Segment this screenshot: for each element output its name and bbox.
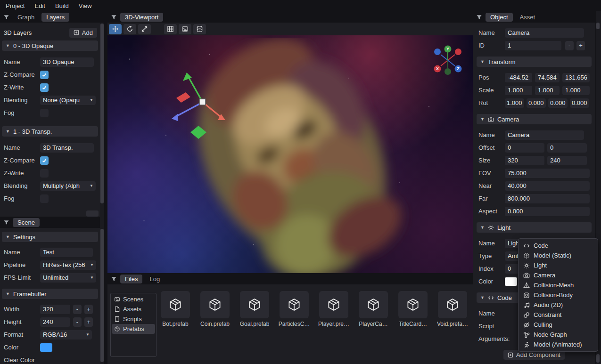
layer1-name-input[interactable] xyxy=(40,143,94,153)
filter-icon[interactable] xyxy=(3,219,9,226)
scrollbar-thumb[interactable] xyxy=(596,354,600,363)
tab-files[interactable]: Files xyxy=(120,275,142,283)
tab-scene[interactable]: Scene xyxy=(13,218,40,227)
fov-input[interactable] xyxy=(505,169,590,178)
camera-section-header[interactable]: ▼ Camera xyxy=(477,114,592,124)
menu-item-model-animated[interactable]: Model (Animated) xyxy=(519,340,598,349)
scrollbar-thumb[interactable] xyxy=(100,229,104,362)
rot-y-input[interactable] xyxy=(548,98,568,108)
size-w-input[interactable] xyxy=(505,156,544,165)
object-name-input[interactable] xyxy=(505,28,584,38)
tab-3d-viewport[interactable]: 3D-Viewport xyxy=(120,13,163,22)
rot-x-input[interactable] xyxy=(527,98,546,108)
layer1-blending-dropdown[interactable]: Multiply (Alph ▼ xyxy=(40,181,96,191)
gizmo-plane-handle-green[interactable] xyxy=(190,126,206,139)
add-layer-button[interactable]: Add xyxy=(69,28,97,38)
prefab-button[interactable] xyxy=(438,291,467,318)
height-decrement-button[interactable]: - xyxy=(73,317,82,327)
layer1-fog-checkbox[interactable] xyxy=(40,194,49,203)
menu-item-culling[interactable]: Culling xyxy=(519,320,598,330)
transform-gizmo[interactable] xyxy=(170,71,231,141)
menu-item-model-static[interactable]: Model (Static) xyxy=(519,251,598,260)
object-id-input[interactable] xyxy=(505,41,561,50)
tab-object[interactable]: Object xyxy=(486,13,513,22)
tree-item-scenes[interactable]: Scenes xyxy=(112,294,155,304)
width-input[interactable] xyxy=(40,305,70,314)
menu-item-code[interactable]: Code xyxy=(519,241,598,251)
offset-x-input[interactable] xyxy=(505,143,544,153)
prefab-item[interactable]: ParticlesC… xyxy=(279,291,309,327)
pos-y-input[interactable] xyxy=(535,73,560,82)
prefab-item[interactable]: TitleCard… xyxy=(398,291,428,327)
prefab-button[interactable] xyxy=(359,291,388,318)
layer0-z-compare-checkbox[interactable] xyxy=(40,71,49,79)
move-tool-button[interactable] xyxy=(109,24,122,34)
prefab-item[interactable]: Bot.prefab xyxy=(160,291,190,327)
scale-tool-button[interactable] xyxy=(138,24,151,34)
scale-z-input[interactable] xyxy=(562,86,590,95)
prefab-button[interactable] xyxy=(398,291,428,318)
gizmo-center-handle[interactable] xyxy=(199,99,206,105)
light-color-swatch[interactable] xyxy=(505,277,517,286)
grid-toggle-button[interactable] xyxy=(164,24,177,34)
menu-item-camera[interactable]: Camera xyxy=(519,270,598,280)
camera-name-input[interactable] xyxy=(505,130,584,140)
aspect-input[interactable] xyxy=(505,207,590,216)
layer-section-header-0[interactable]: ▼ 0 - 3D Opaque xyxy=(2,40,98,51)
tab-graph[interactable]: Graph xyxy=(13,13,39,22)
settings-section-header[interactable]: ▼ Settings xyxy=(2,232,98,242)
left-panel-scrollbar[interactable] xyxy=(100,23,104,364)
resources-button[interactable] xyxy=(193,24,206,34)
tab-asset[interactable]: Asset xyxy=(515,13,540,22)
tab-layers[interactable]: Layers xyxy=(41,13,69,22)
id-increment-button[interactable]: + xyxy=(576,41,585,50)
axis-neg-y-ball[interactable] xyxy=(445,68,451,75)
tree-item-scripts[interactable]: Scripts xyxy=(112,314,155,324)
layer0-name-input[interactable] xyxy=(40,57,94,67)
menu-item-collision-body[interactable]: Collision-Body xyxy=(519,290,598,300)
filter-icon[interactable] xyxy=(111,14,117,20)
prefab-item[interactable]: Void.prefa… xyxy=(437,291,468,327)
transform-section-header[interactable]: ▼ Transform xyxy=(477,57,592,67)
size-h-input[interactable] xyxy=(547,156,587,165)
menu-item-light[interactable]: Light xyxy=(519,260,598,270)
tree-item-prefabs[interactable]: Prefabs xyxy=(112,324,155,334)
prefab-button[interactable] xyxy=(200,291,230,318)
menu-item-constraint[interactable]: Constraint xyxy=(519,310,598,320)
far-input[interactable] xyxy=(505,194,590,203)
pipeline-dropdown[interactable]: HiRes-Tex (256 ▼ xyxy=(40,260,96,270)
render-view-button[interactable] xyxy=(179,24,191,34)
format-dropdown[interactable]: RGBA16 ▼ xyxy=(40,330,92,340)
scale-y-input[interactable] xyxy=(535,86,560,95)
prefab-button[interactable] xyxy=(319,291,348,318)
menu-item-collision-mesh[interactable]: Collision-Mesh xyxy=(519,280,598,290)
offset-y-input[interactable] xyxy=(547,143,587,153)
menu-item-audio-2d[interactable]: Audio (2D) xyxy=(519,300,598,310)
prefab-button[interactable] xyxy=(161,291,190,318)
rot-w-input[interactable] xyxy=(505,98,524,108)
scrollbar-thumb[interactable] xyxy=(596,23,600,29)
rotate-tool-button[interactable] xyxy=(123,24,136,34)
framebuffer-section-header[interactable]: ▼ Framebuffer xyxy=(2,289,98,299)
viewport-3d[interactable]: Y X Z xyxy=(107,35,473,273)
prefab-item[interactable]: PlayerCa… xyxy=(358,291,388,327)
prefab-item[interactable]: Goal.prefab xyxy=(239,291,270,327)
rot-z-input[interactable] xyxy=(570,98,589,108)
height-increment-button[interactable]: + xyxy=(84,317,93,327)
axis-neg-x-ball[interactable] xyxy=(455,49,461,55)
menu-project[interactable]: Project xyxy=(6,2,25,9)
pos-x-input[interactable] xyxy=(505,73,532,82)
axis-orientation-widget[interactable]: Y X Z xyxy=(433,45,463,75)
menu-view[interactable]: View xyxy=(79,2,92,9)
prefab-button[interactable] xyxy=(240,291,269,318)
gizmo-plane-handle-red[interactable] xyxy=(176,92,190,103)
pos-z-input[interactable] xyxy=(562,73,590,82)
layer1-z-compare-checkbox[interactable] xyxy=(40,156,49,165)
menu-edit[interactable]: Edit xyxy=(34,2,45,9)
framebuffer-color-swatch[interactable] xyxy=(40,343,52,352)
menu-build[interactable]: Build xyxy=(55,2,69,9)
tab-log[interactable]: Log xyxy=(145,275,165,283)
width-increment-button[interactable]: + xyxy=(84,305,93,314)
layer0-fog-checkbox[interactable] xyxy=(40,109,49,117)
filter-icon[interactable] xyxy=(3,14,9,20)
